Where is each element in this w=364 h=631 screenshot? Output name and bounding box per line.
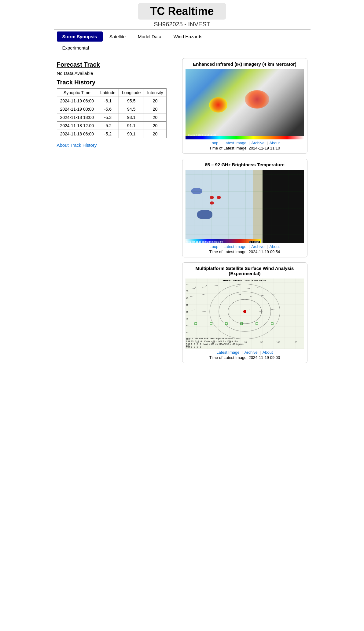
navigation: Storm Synopsis Satellite Model Data Wind… xyxy=(54,29,311,55)
svg-rect-24 xyxy=(195,323,197,325)
table-row: 2024-11-18 18:00-5.393.120 xyxy=(57,113,166,122)
table-row: 2024-11-19 00:00-5.694.520 xyxy=(57,105,166,113)
header: TC Realtime SH962025 - INVEST xyxy=(54,0,311,29)
svg-line-10 xyxy=(247,288,250,289)
wind-time: Time of Latest Image: 2024-11-19 09:00 xyxy=(186,355,304,360)
ir-archive-link[interactable]: Archive xyxy=(251,141,264,145)
table-cell-lat: -6.1 xyxy=(97,97,119,105)
svg-line-20 xyxy=(247,310,250,310)
svg-line-18 xyxy=(192,310,195,310)
nav-row-2: Experimental xyxy=(57,43,307,53)
table-cell-intensity: 20 xyxy=(144,97,166,105)
svg-line-16 xyxy=(261,295,265,296)
svg-line-3 xyxy=(192,288,195,289)
nav-satellite[interactable]: Satellite xyxy=(104,31,131,42)
sep4: | xyxy=(220,244,221,249)
wind-y-axis: 2535455565758595105115 xyxy=(186,283,190,348)
col-intensity: Intensity xyxy=(144,89,166,97)
table-cell-intensity: 20 xyxy=(144,105,166,113)
wind-barbs-svg xyxy=(186,283,304,343)
table-cell-time: 2024-11-19 06:00 xyxy=(57,97,97,105)
table-row: 2024-11-19 06:00-6.195.520 xyxy=(57,97,166,105)
mw-time: Time of Latest Image: 2024-11-19 09:54 xyxy=(186,249,304,254)
svg-line-15 xyxy=(250,296,253,297)
svg-line-11 xyxy=(257,287,261,287)
ir-image: Himawari-9 2024-11-19 11:10Z xyxy=(186,69,304,139)
table-cell-lat: -5.6 xyxy=(97,105,119,113)
forecast-track-no-data: No Data Available xyxy=(57,71,179,76)
col-longitude: Longitude xyxy=(119,89,144,97)
ir-red-blob xyxy=(209,97,227,113)
wind-latest-link[interactable]: Latest Image xyxy=(216,350,239,355)
svg-rect-29 xyxy=(271,323,273,325)
app-title-box: TC Realtime xyxy=(138,3,226,20)
storm-id: SH962025 - INVEST xyxy=(60,21,304,28)
ir-red-blob2 xyxy=(245,90,269,109)
ir-about-link[interactable]: About xyxy=(269,141,280,145)
sep3: | xyxy=(267,141,267,145)
wind-card-title: Multiplatform Satellite Surface Wind Ana… xyxy=(186,266,304,276)
wind-about-link[interactable]: About xyxy=(263,350,273,355)
sep8: | xyxy=(259,350,260,355)
nav-experimental[interactable]: Experimental xyxy=(57,43,95,53)
wind-archive-link[interactable]: Archive xyxy=(244,350,257,355)
svg-rect-25 xyxy=(210,323,212,325)
ir-loop-link[interactable]: Loop xyxy=(210,141,219,145)
svg-line-6 xyxy=(206,285,207,287)
table-cell-time: 2024-11-18 06:00 xyxy=(57,130,97,138)
mw-grid xyxy=(186,170,304,243)
mw-links: Loop | Latest Image | Archive | About xyxy=(186,244,304,249)
microwave-card: 85 – 92 GHz Brightness Temperature F35 2… xyxy=(182,159,307,257)
table-cell-lat: -5.2 xyxy=(97,130,119,138)
svg-line-4 xyxy=(195,286,196,288)
ir-colorbar-label: Himawari-9 2024-11-19 11:10Z xyxy=(186,133,304,139)
svg-rect-28 xyxy=(256,323,258,325)
nav-row: Storm Synopsis Satellite Model Data Wind… xyxy=(57,31,307,42)
svg-line-5 xyxy=(202,287,206,287)
table-cell-time: 2024-11-19 00:00 xyxy=(57,105,97,113)
col-synoptic-time: Synoptic Time xyxy=(57,89,97,97)
svg-line-13 xyxy=(201,294,204,295)
col-latitude: Latitude xyxy=(97,89,119,97)
nav-wind-hazards[interactable]: Wind Hazards xyxy=(168,31,208,42)
table-cell-time: 2024-11-18 18:00 xyxy=(57,113,97,122)
svg-line-22 xyxy=(271,309,275,310)
table-cell-lon: 90.1 xyxy=(119,130,144,138)
nav-storm-synopsis[interactable]: Storm Synopsis xyxy=(57,31,103,42)
wind-card: Multiplatform Satellite Surface Wind Ana… xyxy=(182,262,307,363)
sep2: | xyxy=(248,141,249,145)
forecast-track-heading: Forecast Track xyxy=(57,61,179,68)
table-cell-lat: -5.2 xyxy=(97,122,119,130)
ir-latest-link[interactable]: Latest Image xyxy=(223,141,246,145)
mw-card-title: 85 – 92 GHz Brightness Temperature xyxy=(186,162,304,167)
svg-rect-26 xyxy=(225,323,227,325)
svg-line-17 xyxy=(273,294,276,294)
table-cell-lat: -5.3 xyxy=(97,113,119,122)
svg-line-21 xyxy=(259,311,263,312)
nav-model-data[interactable]: Model Data xyxy=(132,31,167,42)
app-title: TC Realtime xyxy=(150,5,214,18)
about-track-history-link[interactable]: About Track History xyxy=(57,142,179,148)
ir-card-title: Enhanced Infrared (IR) Imagery (4 km Mer… xyxy=(186,61,304,67)
mw-latest-link[interactable]: Latest Image xyxy=(223,244,246,249)
mw-about-link[interactable]: About xyxy=(269,244,280,249)
track-history-heading: Track History xyxy=(57,79,179,86)
wind-links: Latest Image | Archive | About xyxy=(186,350,304,355)
table-cell-intensity: 20 xyxy=(144,122,166,130)
table-cell-time: 2024-11-18 12:00 xyxy=(57,122,97,130)
right-panel: Enhanced Infrared (IR) Imagery (4 km Mer… xyxy=(182,58,307,363)
table-cell-lon: 91.1 xyxy=(119,122,144,130)
sep5: | xyxy=(248,244,249,249)
mw-archive-link[interactable]: Archive xyxy=(251,244,264,249)
mw-loop-link[interactable]: Loop xyxy=(210,244,219,249)
track-history-table: Synoptic Time Latitude Longitude Intensi… xyxy=(57,88,167,138)
ir-time: Time of Latest Image: 2024-11-19 11:10 xyxy=(186,146,304,150)
svg-line-9 xyxy=(236,286,240,286)
table-cell-lon: 95.5 xyxy=(119,97,144,105)
sep7: | xyxy=(241,350,242,355)
svg-point-23 xyxy=(243,310,246,313)
wind-x-axis: 80 85 90 95 97 100 105 xyxy=(190,341,304,343)
svg-line-14 xyxy=(237,294,241,295)
wind-image: SH9625 INVEST 2024 19 Nov 09UTC xyxy=(186,279,304,349)
wind-barbs-area xyxy=(186,283,304,343)
